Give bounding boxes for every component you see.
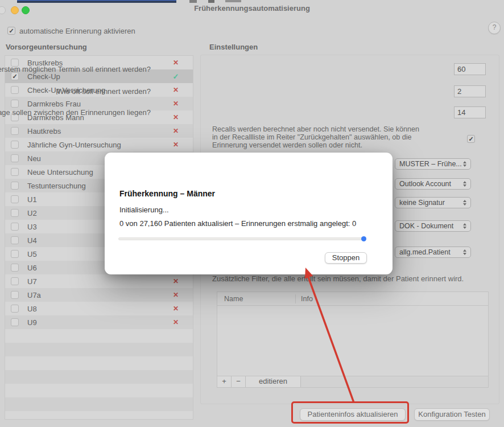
reminder-count-input[interactable]: 2: [454, 85, 486, 97]
template-select[interactable]: MUSTER – Frühe...: [395, 158, 471, 170]
progress-bar: [118, 237, 365, 240]
x-icon: ✕: [170, 291, 181, 299]
document-type-select[interactable]: DOK - Dokument: [395, 220, 471, 232]
auto-reminder-toggle[interactable]: ✓ automatische Erinnerung aktivieren: [7, 26, 135, 35]
checkbox-checked-icon[interactable]: ✓: [7, 27, 15, 35]
empty-row: [5, 370, 193, 384]
x-icon: ✕: [170, 100, 181, 108]
item-checkbox[interactable]: [11, 168, 19, 176]
test-configuration-button[interactable]: Konfiguration Testen: [414, 408, 490, 421]
item-checkbox[interactable]: [11, 264, 19, 272]
item-label: U9: [27, 318, 37, 327]
x-icon: ✕: [170, 141, 181, 149]
account-select[interactable]: Outlook Account: [395, 178, 471, 190]
item-label: U4: [27, 236, 37, 245]
progress-knob-icon: [361, 236, 366, 241]
empty-row: [5, 329, 193, 343]
days-before-label: Wie viele Tage vor erstem möglichen Term…: [0, 65, 151, 73]
item-label: U2: [27, 209, 37, 217]
chevron-updown-icon: [462, 161, 468, 167]
chevron-updown-icon: [462, 180, 468, 187]
x-icon: ✕: [170, 113, 181, 121]
chevron-updown-icon: [462, 199, 468, 206]
item-checkbox[interactable]: [11, 223, 19, 231]
chevron-updown-icon: [462, 223, 468, 229]
filter-description: Zusätzliche Filter, die alle erfüllt sei…: [212, 274, 464, 283]
x-icon: ✕: [170, 305, 181, 313]
item-label: U3: [27, 223, 37, 231]
empty-row: [5, 384, 193, 397]
column-name: Name: [224, 295, 243, 303]
days-between-input[interactable]: 14: [454, 106, 486, 118]
help-icon[interactable]: ?: [488, 22, 501, 34]
item-label: U6: [27, 264, 37, 272]
item-checkbox[interactable]: [11, 127, 19, 135]
list-item[interactable]: U9 ✕: [5, 315, 193, 329]
item-checkbox[interactable]: [11, 318, 19, 326]
days-before-input[interactable]: 60: [454, 63, 486, 75]
x-icon: ✕: [170, 127, 181, 135]
filter-table-header: Name Info: [217, 292, 488, 306]
item-label: U8: [27, 305, 37, 313]
progress-dialog: Früherkennung – Männer Initialisierung..…: [105, 153, 393, 274]
x-icon: ✕: [170, 59, 181, 67]
list-item[interactable]: Jährliche Gyn-Untersuchung ✕: [5, 138, 193, 151]
list-item[interactable]: U8 ✕: [5, 302, 193, 315]
stop-button[interactable]: Stoppen: [325, 252, 367, 264]
column-info: Info: [301, 295, 313, 303]
item-checkbox[interactable]: [11, 154, 19, 162]
column-divider: [295, 294, 296, 303]
remove-filter-button[interactable]: −: [232, 376, 246, 387]
x-icon: ✕: [170, 86, 181, 94]
left-panel-header: Vorsorgeuntersuchung: [6, 43, 87, 51]
item-checkbox[interactable]: [11, 209, 19, 217]
empty-row: [5, 411, 193, 420]
titlebar: Früherkennungsautomatisierung: [0, 0, 504, 16]
list-item[interactable]: U7 ✕: [5, 274, 193, 288]
add-filter-button[interactable]: +: [217, 376, 232, 387]
empty-row: [5, 356, 193, 370]
item-checkbox[interactable]: [11, 291, 19, 299]
item-checkbox[interactable]: [11, 100, 19, 108]
dialog-status: Initialisierung...: [119, 206, 169, 214]
item-checkbox[interactable]: [11, 250, 19, 258]
item-checkbox[interactable]: [11, 305, 19, 313]
item-label: U1: [27, 195, 37, 204]
auto-reminder-label: automatische Erinnerung aktivieren: [19, 27, 135, 35]
recall-checkbox[interactable]: ✓: [467, 135, 475, 143]
list-item[interactable]: U7a ✕: [5, 288, 193, 302]
item-label: Neu: [27, 154, 41, 163]
item-label: Darmkrebs Frau: [27, 100, 81, 108]
item-checkbox[interactable]: [11, 236, 19, 244]
item-checkbox[interactable]: [11, 195, 19, 203]
filter-table: Name Info + − editieren: [217, 291, 489, 388]
update-patient-info-button[interactable]: Patienteninfos aktualisieren: [300, 408, 406, 421]
patient-type-select[interactable]: allg.med.Patient: [395, 247, 471, 258]
item-checkbox[interactable]: ✓: [11, 72, 19, 80]
x-icon: ✕: [170, 318, 181, 326]
x-icon: ✕: [170, 277, 181, 285]
dialog-progress-text: 0 von 27,160 Patienten aktualisiert – Er…: [119, 219, 356, 228]
check-icon: ✓: [170, 72, 181, 81]
item-label: U7: [27, 277, 37, 286]
dialog-title: Früherkennung – Männer: [119, 189, 215, 198]
item-label: U7a: [27, 291, 41, 299]
signature-select[interactable]: keine Signatur: [395, 197, 471, 208]
list-item[interactable]: Hautkrebs ✕: [5, 124, 193, 138]
item-label: Neue Untersuchung: [27, 168, 93, 176]
edit-filter-button[interactable]: editieren: [246, 376, 301, 387]
item-checkbox[interactable]: [11, 182, 19, 190]
item-checkbox[interactable]: [11, 141, 19, 149]
item-label: Hautkrebs: [27, 127, 61, 136]
settings-header: Einstellungen: [209, 43, 258, 51]
filter-table-toolbar: + − editieren: [217, 376, 488, 387]
chevron-updown-icon: [462, 249, 468, 256]
item-label: Testuntersuchung: [27, 182, 86, 190]
recall-note: Recalls werden berechnet aber noch nicht…: [212, 126, 424, 149]
item-checkbox[interactable]: [11, 277, 19, 285]
days-between-label: Wie viele Tage sollen zwischen den Erinn…: [0, 108, 151, 117]
item-label: U5: [27, 250, 37, 258]
window-title: Früherkennungsautomatisierung: [0, 4, 504, 13]
empty-row: [5, 343, 193, 356]
item-label: Jährliche Gyn-Untersuchung: [27, 141, 121, 149]
